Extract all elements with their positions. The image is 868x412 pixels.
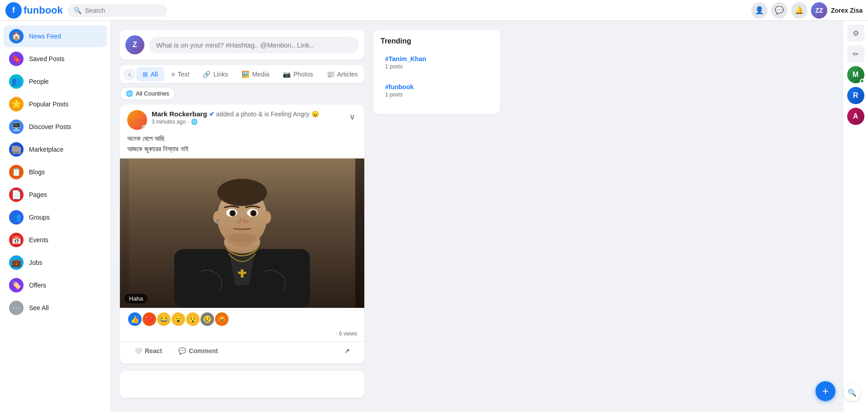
post-text-line1: অনেক থেপে আছি — [127, 134, 357, 144]
wow-reaction[interactable]: 😮 — [171, 311, 186, 327]
sidebar-item-saved[interactable]: 🔖 Saved Posts — [4, 48, 107, 70]
sidebar-item-popular[interactable]: ⭐ Popular Posts — [4, 93, 107, 115]
trending-item-1[interactable]: #Tanim_Khan 1 posts — [381, 51, 493, 74]
angry-reaction[interactable]: 😡 — [214, 311, 229, 327]
fab-icon: + — [822, 385, 829, 398]
create-post-avatar: Z — [125, 35, 144, 54]
groups-icon: 👥 — [9, 210, 24, 225]
topnav: f funbook 🔍 👤 💬 🔔 ZZ Zorex Zisa — [0, 0, 868, 21]
logo-text: funbook — [24, 5, 63, 16]
love-reaction[interactable]: ❤️ — [142, 311, 157, 327]
settings-btn[interactable]: ⚙ — [847, 24, 864, 42]
post-avatar[interactable] — [127, 110, 147, 130]
tab-photos[interactable]: 📷 Photos — [277, 67, 320, 81]
post-options-chevron[interactable]: ∨ — [348, 110, 357, 124]
tab-photos-label: Photos — [293, 71, 313, 78]
online-user-1[interactable]: M — [847, 66, 864, 83]
svg-point-16 — [236, 220, 241, 224]
sidebar-item-marketplace[interactable]: 🏬 Marketplace — [4, 139, 107, 160]
trending-title: Trending — [381, 37, 493, 45]
author-name[interactable]: Mark Rockerbarg — [152, 110, 207, 118]
newsfeed-icon: 🏠 — [9, 29, 24, 43]
settings-icon: ⚙ — [853, 29, 859, 38]
online-user-3[interactable]: A — [847, 108, 864, 125]
trending-card: Trending #Tanim_Khan 1 posts #funbook 1 … — [373, 30, 500, 114]
tab-media-label: Media — [252, 71, 269, 78]
sidebar-label-saved: Saved Posts — [29, 55, 65, 62]
user-avatar: ZZ — [811, 2, 827, 19]
tab-text-icon: ≡ — [172, 71, 175, 78]
sidebar-item-newsfeed[interactable]: 🏠 News Feed — [4, 25, 107, 47]
like-reaction[interactable]: 👍 — [127, 311, 143, 327]
svg-rect-20 — [238, 272, 246, 274]
wow2-reaction[interactable]: 😯 — [185, 311, 200, 327]
online-indicator — [142, 125, 147, 129]
post-card: Mark Rockerbarg ✔ added a photo & is Fee… — [120, 105, 364, 364]
saved-icon: 🔖 — [9, 52, 24, 66]
haha-reaction[interactable]: 😂 — [156, 311, 172, 327]
svg-point-8 — [262, 211, 271, 224]
compose-btn[interactable]: ✏ — [847, 45, 864, 62]
trending-item-2[interactable]: #funbook 1 posts — [381, 79, 493, 102]
main-content: Z ‹ ⊞ All ≡ Text 🔗 Links 🖼 — [111, 21, 841, 412]
tab-articles-icon: 📰 — [327, 71, 334, 78]
sidebar-item-seeall[interactable]: ⋯ See All — [4, 297, 107, 319]
post-actions: 🤍 React 💬 Comment ↗ — [120, 341, 364, 364]
tab-links[interactable]: 🔗 Links — [196, 67, 234, 81]
notifications-icon-btn[interactable]: 🔔 — [791, 2, 807, 19]
search-icon: 🔍 — [74, 7, 81, 14]
messenger-icon-btn[interactable]: 💬 — [771, 2, 787, 19]
tab-text[interactable]: ≡ Text — [165, 67, 196, 81]
sidebar-item-jobs[interactable]: 💼 Jobs — [4, 252, 107, 273]
tab-media-icon: 🖼️ — [242, 71, 249, 78]
discover-icon: 🖥️ — [9, 120, 24, 134]
online-user-2[interactable]: R — [847, 87, 864, 104]
sidebar-item-people[interactable]: 👥 People — [4, 71, 107, 92]
profile-icon-btn[interactable]: 👤 — [751, 2, 768, 19]
sidebar-label-groups: Groups — [29, 214, 50, 221]
sidebar-item-offers[interactable]: 🏷️ Offers — [4, 274, 107, 296]
post-time-text: 3 minutes ago — [152, 119, 186, 125]
post-type-tabs: ‹ ⊞ All ≡ Text 🔗 Links 🖼️ Media — [120, 65, 364, 83]
user-chip[interactable]: ZZ Zorex Zisa — [811, 2, 863, 19]
tab-links-label: Links — [213, 71, 228, 78]
blogs-icon: 📋 — [9, 165, 24, 179]
share-btn[interactable]: ↗ — [337, 344, 357, 358]
create-fab[interactable]: + — [816, 381, 835, 401]
sidebar-item-pages[interactable]: 📄 Pages — [4, 184, 107, 206]
tab-articles[interactable]: 📰 Articles — [320, 67, 364, 81]
haha-tooltip: Haha — [124, 294, 148, 303]
topnav-right: 👤 💬 🔔 ZZ Zorex Zisa — [751, 2, 863, 19]
tab-media[interactable]: 🖼️ Media — [235, 67, 276, 81]
sidebar-item-blogs[interactable]: 📋 Blogs — [4, 161, 107, 183]
user-name: Zorex Zisa — [831, 7, 863, 14]
filter-countries-btn[interactable]: 🌐 All Countries — [120, 87, 175, 100]
trending-item-2-content: #funbook 1 posts — [385, 83, 414, 98]
sidebar-item-groups[interactable]: 👥 Groups — [4, 206, 107, 228]
search-input[interactable] — [85, 7, 157, 14]
trending-tag-2: #funbook — [385, 83, 414, 91]
create-post-widget: Z — [120, 30, 364, 60]
sidebar-item-events[interactable]: 📅 Events — [4, 229, 107, 251]
react-btn[interactable]: 🤍 React — [127, 344, 169, 358]
post-meta: Mark Rockerbarg ✔ added a photo & is Fee… — [152, 110, 343, 125]
comment-label: Comment — [189, 347, 218, 355]
tab-all[interactable]: ⊞ All — [136, 67, 164, 81]
sidebar-label-pages: Pages — [29, 191, 47, 198]
create-post-input[interactable] — [149, 37, 359, 53]
logo[interactable]: f funbook — [5, 2, 63, 19]
verified-badge: ✔ — [209, 110, 215, 118]
tabs-prev-arrow[interactable]: ‹ — [124, 68, 135, 80]
sidebar-item-discover[interactable]: 🖥️ Discover Posts — [4, 116, 107, 138]
sidebar: 🏠 News Feed 🔖 Saved Posts 👥 People ⭐ Pop… — [0, 21, 111, 412]
comment-icon: 💬 — [178, 347, 186, 355]
user-search-btn[interactable]: 🔍 — [844, 384, 861, 401]
sad-reaction[interactable]: 😢 — [200, 311, 215, 327]
post-image[interactable]: Haha — [120, 158, 364, 308]
comment-btn[interactable]: 💬 Comment — [171, 344, 225, 358]
sidebar-label-seeall: See All — [29, 304, 49, 311]
offers-icon: 🏷️ — [9, 278, 24, 292]
compose-icon: ✏ — [853, 50, 858, 58]
svg-point-17 — [243, 220, 248, 224]
post-card-2 — [120, 371, 364, 398]
